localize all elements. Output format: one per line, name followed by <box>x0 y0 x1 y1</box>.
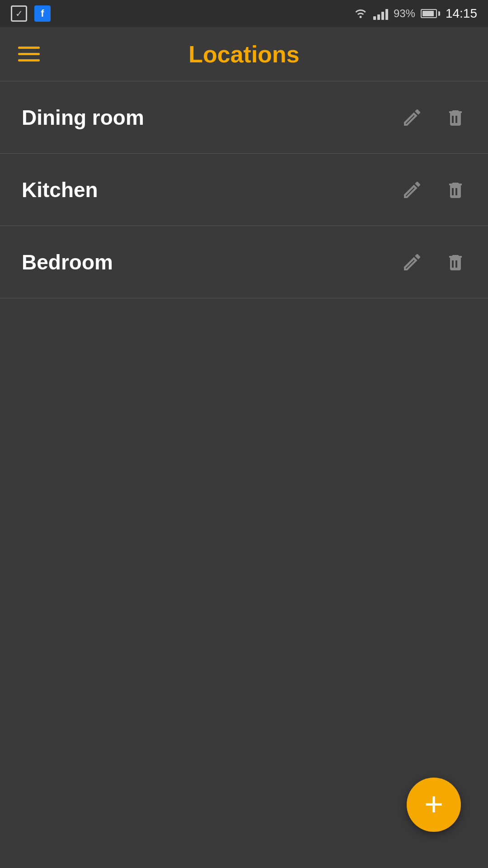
item-actions-dining-room <box>401 107 466 128</box>
delete-icon[interactable] <box>445 179 466 201</box>
hamburger-menu-icon[interactable] <box>18 47 40 61</box>
edit-icon[interactable] <box>401 107 423 128</box>
location-name-kitchen: Kitchen <box>22 178 401 202</box>
delete-icon[interactable] <box>445 251 466 273</box>
battery-icon <box>421 9 440 18</box>
signal-bars-icon <box>373 7 388 20</box>
edit-icon[interactable] <box>401 179 423 201</box>
location-list: Dining room Kitchen <box>0 81 488 298</box>
status-bar-right: 93% 14:15 <box>353 6 477 22</box>
add-icon: + <box>424 788 443 820</box>
location-name-bedroom: Bedroom <box>22 250 401 274</box>
item-actions-bedroom <box>401 251 466 273</box>
location-name-dining-room: Dining room <box>22 105 401 130</box>
battery-percent: 93% <box>394 7 415 20</box>
edit-icon[interactable] <box>401 251 423 273</box>
toolbar: Locations <box>0 27 488 81</box>
status-time: 14:15 <box>446 6 477 21</box>
list-item: Bedroom <box>0 226 488 298</box>
list-item: Dining room <box>0 81 488 154</box>
app-icon-check: ✓ <box>11 5 27 22</box>
app-icon-facebook: f <box>34 5 51 22</box>
delete-icon[interactable] <box>445 107 466 128</box>
wifi-icon <box>353 6 368 22</box>
status-bar: ✓ f 93% 14:15 <box>0 0 488 27</box>
add-location-button[interactable]: + <box>407 778 461 832</box>
list-item: Kitchen <box>0 154 488 226</box>
status-bar-left: ✓ f <box>11 5 51 22</box>
item-actions-kitchen <box>401 179 466 201</box>
page-title: Locations <box>40 41 448 68</box>
